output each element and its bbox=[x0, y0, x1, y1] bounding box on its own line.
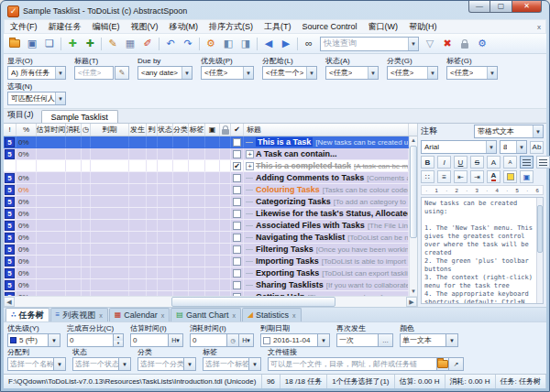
task-row[interactable]: 50%Categorizing Tasks[To add an category… bbox=[4, 196, 409, 208]
menu-item-1[interactable]: 文件(F) bbox=[5, 21, 43, 33]
new-subtask-icon[interactable]: ✚ bbox=[82, 36, 98, 52]
filter-select[interactable]: <任意>▼ bbox=[325, 66, 379, 80]
filter-select[interactable]: <任意>▼ bbox=[387, 66, 438, 80]
scroll-thumb[interactable] bbox=[410, 146, 417, 238]
highlight-color-button[interactable] bbox=[503, 170, 517, 183]
menu-item-10[interactable]: 帮助(H) bbox=[403, 21, 443, 33]
edit-field-value[interactable]: 选择一个状态 bbox=[72, 357, 119, 371]
hscroll-thumb[interactable] bbox=[171, 297, 336, 307]
font-dialog-button[interactable]: Ab bbox=[530, 141, 544, 154]
menu-item-7[interactable]: 工具(T) bbox=[258, 21, 297, 33]
prev-task-icon[interactable]: ◀ bbox=[260, 36, 277, 52]
column-header-分类[interactable]: 分类 bbox=[173, 124, 189, 136]
column-header-状态[interactable]: 状态 bbox=[158, 124, 173, 136]
view-tab-stats[interactable]: ◢Statisticsx bbox=[242, 308, 302, 321]
filter-select[interactable]: <any date>▼ bbox=[138, 66, 192, 80]
menu-item-6[interactable]: 排序方式(S) bbox=[204, 21, 258, 33]
view-tab-calendar[interactable]: ▦Calendarx bbox=[109, 308, 170, 321]
task-row[interactable]: 50%Associated Files with Tasks[The File … bbox=[4, 220, 409, 232]
underline-button[interactable]: U bbox=[454, 156, 468, 169]
find-tasks-icon[interactable]: ∞ bbox=[301, 36, 317, 52]
strikethrough-button[interactable]: S bbox=[470, 156, 484, 169]
menu-item-3[interactable]: 编辑(E) bbox=[87, 21, 126, 33]
minimize-button[interactable]: — bbox=[468, 1, 490, 13]
edit-field-value[interactable]: 可以是一个文件，目录，网址，邮件或任务链 bbox=[268, 357, 437, 371]
column-header-image[interactable]: ▣ bbox=[205, 124, 220, 136]
task-checkbox[interactable]: ✔ bbox=[233, 162, 241, 170]
menubar-close-icon[interactable]: x bbox=[537, 23, 541, 31]
edit-field-value[interactable]: 单一文本 bbox=[400, 333, 446, 347]
edit-field-value[interactable]: 一次 bbox=[336, 333, 379, 347]
outdent-button[interactable]: ⇤ bbox=[454, 170, 468, 183]
view-tab-list[interactable]: ≡列表视图x bbox=[50, 308, 108, 321]
insert-checkbox-button[interactable]: ▣ bbox=[520, 170, 534, 183]
column-header-![interactable]: ! bbox=[4, 124, 16, 136]
set-task-icon-icon[interactable]: ▦ bbox=[122, 36, 138, 52]
menu-item-8[interactable]: Source Control bbox=[297, 22, 363, 31]
filter-select[interactable]: <任意>▼ bbox=[201, 66, 254, 80]
chevron-down-icon[interactable]: ▼ bbox=[49, 333, 60, 347]
scroll-left-icon[interactable]: ◀ bbox=[4, 297, 15, 307]
date-checkbox[interactable] bbox=[263, 337, 270, 344]
task-checkbox[interactable] bbox=[233, 245, 241, 254]
set-task-color-icon[interactable]: ✐ bbox=[139, 36, 156, 52]
maximize-tasklist-icon[interactable]: ◧ bbox=[220, 36, 236, 52]
column-header-标签[interactable]: 标签 bbox=[189, 124, 205, 136]
column-header-消耗[interactable]: 消耗 bbox=[66, 124, 82, 136]
expand-icon[interactable]: + bbox=[246, 162, 254, 170]
task-checkbox[interactable] bbox=[233, 138, 241, 147]
new-task-icon[interactable]: ✚ bbox=[64, 36, 81, 52]
comments-format-select[interactable]: 带格式文本 ▼ bbox=[474, 125, 544, 138]
title-cell[interactable]: Sharing Tasklists[If you want to collabo… bbox=[244, 279, 409, 290]
lock-icon[interactable] bbox=[456, 36, 473, 52]
task-row[interactable]: 50%Likewise for the task's Status, Alloc… bbox=[4, 208, 409, 220]
scroll-down-icon[interactable]: ▼ bbox=[410, 288, 417, 296]
column-header-%[interactable]: % bbox=[16, 124, 37, 136]
task-checkbox[interactable] bbox=[233, 281, 241, 289]
align-left-button[interactable] bbox=[520, 156, 534, 169]
column-header-估算时间[interactable]: 估算时间 bbox=[37, 124, 66, 136]
task-checkbox[interactable] bbox=[233, 222, 241, 230]
spinner[interactable]: ▲▼ bbox=[114, 333, 124, 347]
title-cell[interactable]: This is a Task[New tasks can be created … bbox=[244, 136, 409, 147]
view-tab-close-icon[interactable]: x bbox=[292, 312, 296, 319]
scroll-right-icon[interactable]: ▶ bbox=[406, 297, 417, 307]
maximize-comments-icon[interactable]: ◨ bbox=[237, 36, 254, 52]
view-tab-close-icon[interactable]: x bbox=[161, 312, 165, 319]
column-header-clock[interactable]: ◷ bbox=[82, 124, 91, 136]
task-checkbox[interactable] bbox=[233, 174, 241, 182]
column-header-到期[interactable]: 到期 bbox=[91, 124, 129, 136]
recurrence-edit-button[interactable]: … bbox=[379, 333, 393, 347]
title-cell[interactable]: Filtering Tasks[Once you have been worki… bbox=[244, 244, 409, 255]
chevron-down-icon[interactable]: ▼ bbox=[446, 333, 458, 347]
title-cell[interactable]: Importing Tasks[ToDoList is able to impo… bbox=[244, 256, 409, 267]
task-row[interactable]: ✔+This is a completed task[A task can be… bbox=[4, 160, 409, 172]
task-checkbox[interactable] bbox=[233, 257, 241, 266]
title-cell[interactable]: +A Task can contain... bbox=[244, 148, 409, 159]
filter-select[interactable]: A) 所有任务▼ bbox=[7, 66, 66, 80]
column-header-lock[interactable] bbox=[220, 124, 231, 136]
edit-field-value[interactable]: 5 (中) bbox=[7, 333, 49, 347]
chevron-down-icon[interactable]: ▼ bbox=[318, 333, 330, 347]
chevron-down-icon[interactable]: ▼ bbox=[119, 357, 131, 371]
font-family-select[interactable]: Arial ▼ bbox=[421, 140, 497, 154]
close-button[interactable]: ✕ bbox=[512, 1, 542, 13]
edit-field-value[interactable]: 选择一个标签 bbox=[203, 357, 249, 371]
vertical-scrollbar[interactable]: ▲ ▼ bbox=[409, 136, 417, 296]
column-header-发生[interactable]: 发生 bbox=[129, 124, 147, 136]
task-row[interactable]: 50%+A Task can contain... bbox=[4, 148, 409, 160]
menu-item-5[interactable]: 移动(M) bbox=[164, 21, 204, 33]
title-filter-input[interactable]: <任意> bbox=[74, 66, 114, 80]
save-tasklist-icon[interactable]: ▣ bbox=[24, 36, 40, 52]
italic-button[interactable]: I bbox=[437, 156, 451, 169]
title-cell[interactable]: +This is a completed task[A task can be … bbox=[244, 160, 409, 171]
save-all-icon[interactable]: ❏ bbox=[41, 36, 58, 52]
task-checkbox[interactable] bbox=[233, 269, 241, 278]
scroll-up-icon[interactable]: ▲ bbox=[410, 136, 417, 145]
view-tab-close-icon[interactable]: x bbox=[99, 312, 103, 319]
horizontal-scrollbar[interactable]: ◀ ▶ bbox=[4, 296, 417, 307]
title-cell[interactable]: Exporting Tasks[ToDoList can export task… bbox=[244, 267, 409, 278]
title-cell[interactable]: Colouring Tasks[Tasks can be colour code… bbox=[244, 184, 409, 195]
title-bar[interactable]: ✓ Sample Tasklist - ToDoList (c) Abstrac… bbox=[4, 1, 546, 19]
view-tab-close-icon[interactable]: x bbox=[232, 312, 236, 319]
